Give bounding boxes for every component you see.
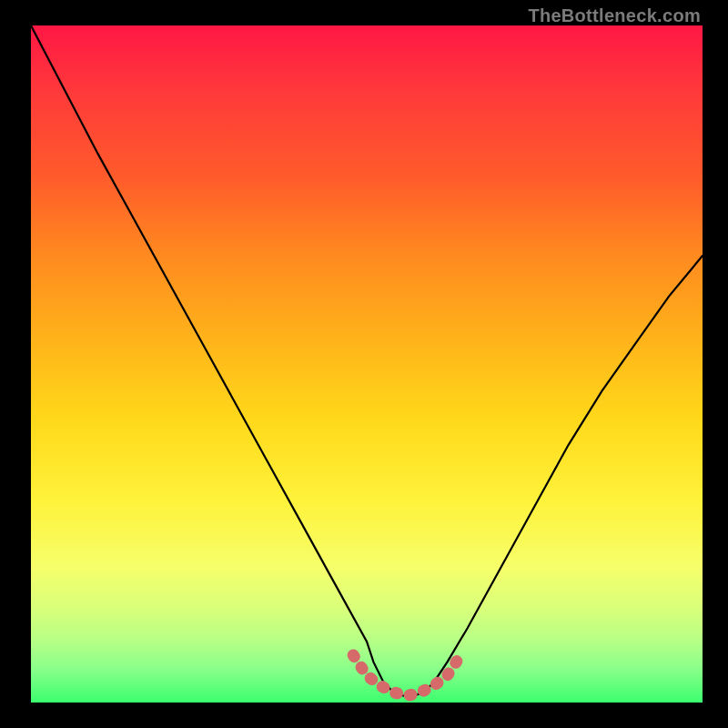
bottleneck-curve <box>31 25 703 696</box>
bottom-highlight <box>353 655 460 696</box>
curve-svg <box>31 25 703 703</box>
watermark-text: TheBottleneck.com <box>528 5 701 26</box>
plot-area <box>31 25 703 703</box>
chart-frame: TheBottleneck.com <box>0 0 728 728</box>
